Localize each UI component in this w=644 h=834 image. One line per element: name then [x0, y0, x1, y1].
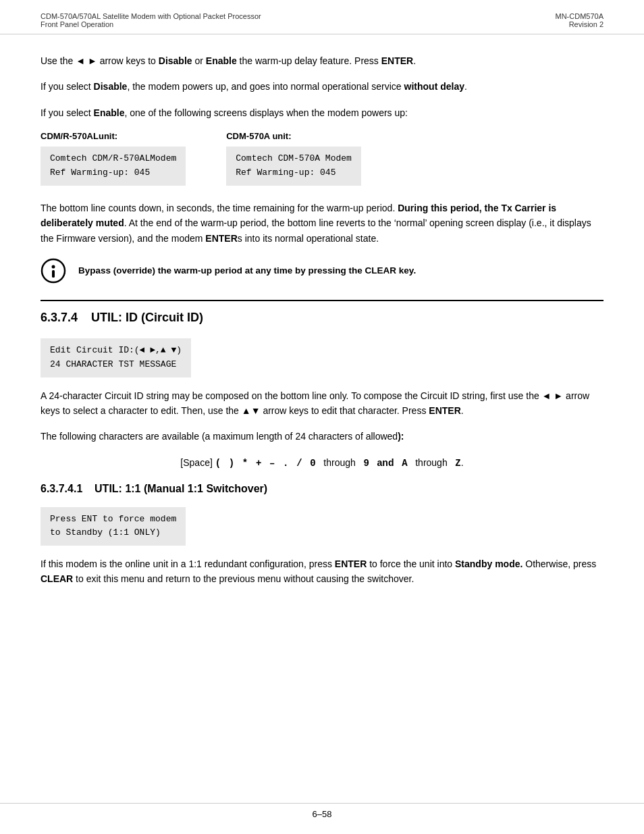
screen-cdmr: CDM/R-570ALunit: Comtech CDM/R-570ALMode…: [41, 131, 186, 188]
para-enable: If you select Enable, one of the followi…: [41, 105, 603, 120]
para5-text: A 24-character Circuit ID string may be …: [41, 390, 542, 401]
page-header: CDM-570A/570AL Satellite Modem with Opti…: [0, 0, 644, 34]
header-left: CDM-570A/570AL Satellite Modem with Opti…: [41, 12, 261, 28]
screen-cdmr-line1: Comtech CDM/R-570ALModem: [50, 152, 176, 166]
header-right: MN-CDM570A Revision 2: [555, 12, 603, 28]
para1-prefix: Use the: [41, 55, 76, 66]
para-countdown: The bottom line counts down, in seconds,…: [41, 201, 603, 246]
para-charlist: The following characters are available (…: [41, 429, 603, 444]
section-374-title: 6.3.7.4 UTIL: ID (Circuit ID): [41, 311, 603, 325]
para4-prefix: The bottom line counts down, in seconds,…: [41, 203, 398, 213]
para1-or: or: [192, 55, 206, 66]
para3-suffix: , one of the following screens displays …: [125, 107, 408, 118]
para-disable: If you select Disable, the modem powers …: [41, 79, 603, 94]
code-standby-line1: Press ENT to force modem: [50, 513, 176, 527]
char-list: [Space] ( ) * + – . / 0 through 9 and A …: [41, 455, 603, 472]
para3-bold1: Enable: [94, 107, 125, 118]
char-list-text: [Space] ( ) * + – . / 0 through 9 and A …: [180, 457, 463, 468]
para7-end: to exit this menu and return to the prev…: [73, 573, 414, 584]
code-circuit-line1: Edit Circuit ID:(◄ ►,▲ ▼): [50, 344, 182, 358]
para5b-suffix: arrow keys to edit that character. Press: [261, 405, 429, 416]
section-3741-label: UTIL: 1:1 (Manual 1:1 Switchover): [95, 483, 267, 494]
header-doc-title: CDM-570A/570AL Satellite Modem with Opti…: [41, 12, 261, 20]
header-doc-number: MN-CDM570A: [555, 12, 603, 20]
para3-prefix: If you select: [41, 107, 94, 118]
screen-cdmr-label: CDM/R-570ALunit:: [41, 131, 186, 141]
para1-bold2: Enable: [206, 55, 237, 66]
para5b-arrows2: ▲▼: [242, 405, 261, 416]
para1-middle: arrow keys to: [97, 55, 159, 66]
screen-cdm570a: CDM-570A unit: Comtech CDM-570A Modem Re…: [226, 131, 361, 188]
para-standby: If this modem is the online unit in a 1:…: [41, 556, 603, 587]
code-circuit-id: Edit Circuit ID:(◄ ►,▲ ▼) 24 CHARACTER T…: [41, 338, 191, 377]
para7-middle: to force the unit into: [367, 558, 455, 569]
para1-suffix: the warm-up delay feature. Press: [237, 55, 381, 66]
para1-bold3: ENTER: [381, 55, 413, 66]
screen-cdmr-code: Comtech CDM/R-570ALModem Ref Warming-up:…: [41, 147, 186, 186]
page-number: 6–58: [313, 809, 332, 819]
para6-bold-end: ):: [398, 431, 404, 442]
code-standby: Press ENT to force modem to Standby (1:1…: [41, 507, 186, 546]
header-section: Front Panel Operation: [41, 20, 261, 28]
screen-cdm570a-line1: Comtech CDM-570A Modem: [236, 152, 352, 166]
para1-bold1: Disable: [159, 55, 192, 66]
para7-bold1: ENTER: [335, 558, 367, 569]
section-374-number: 6.3.7.4: [41, 311, 78, 324]
page-content: Use the ◄ ► arrow keys to Disable or Ena…: [0, 34, 644, 638]
para4-bold2: ENTER: [205, 233, 237, 244]
header-revision: Revision 2: [555, 20, 603, 28]
para1-arrows: ◄ ►: [76, 55, 97, 66]
section-374-label: UTIL: ID (Circuit ID): [91, 311, 203, 324]
para7-bold3: CLEAR: [41, 573, 73, 584]
code-circuit-line2: 24 CHARACTER TST MESSAGE: [50, 358, 182, 372]
screen-cdmr-line2: Ref Warming-up: 045: [50, 166, 176, 180]
code-standby-line2: to Standby (1:1 ONLY): [50, 526, 176, 540]
screen-cdm570a-code: Comtech CDM-570A Modem Ref Warming-up: 0…: [226, 147, 361, 186]
para2-bold2: without delay: [404, 81, 464, 92]
para5b-end: .: [461, 405, 464, 416]
para-warmup-arrows: Use the ◄ ► arrow keys to Disable or Ena…: [41, 53, 603, 68]
para2-end: .: [464, 81, 467, 92]
para4-end: s into its normal operational state.: [238, 233, 379, 244]
section-divider-374: [41, 300, 603, 301]
screens-container: CDM/R-570ALunit: Comtech CDM/R-570ALMode…: [41, 131, 603, 188]
para2-bold1: Disable: [94, 81, 128, 92]
screen-cdm570a-label: CDM-570A unit:: [226, 131, 361, 141]
para-circuitid: A 24-character Circuit ID string may be …: [41, 388, 603, 419]
para7-bold2: Standby mode.: [455, 558, 522, 569]
notice-box: Bypass (override) the warm-up period at …: [41, 258, 603, 284]
notice-icon: [41, 258, 66, 284]
svg-rect-2: [52, 270, 55, 278]
notice-text: Bypass (override) the warm-up period at …: [78, 265, 416, 276]
svg-point-1: [52, 265, 55, 268]
para2-suffix: , the modem powers up, and goes into nor…: [127, 81, 404, 92]
para2-prefix: If you select: [41, 81, 94, 92]
para5b-arrows1: ◄ ►: [542, 390, 564, 401]
page-footer: 6–58: [0, 803, 644, 819]
para7-prefix: If this modem is the online unit in a 1:…: [41, 558, 335, 569]
screen-cdm570a-line2: Ref Warming-up: 045: [236, 166, 352, 180]
para7-suffix: Otherwise, press: [522, 558, 596, 569]
para5b-bold: ENTER: [429, 405, 460, 416]
section-3741-number: 6.3.7.4.1: [41, 483, 82, 494]
section-3741-title: 6.3.7.4.1 UTIL: 1:1 (Manual 1:1 Switchov…: [41, 483, 603, 495]
para1-end: .: [413, 55, 416, 66]
para6-text: The following characters are available (…: [41, 431, 398, 442]
